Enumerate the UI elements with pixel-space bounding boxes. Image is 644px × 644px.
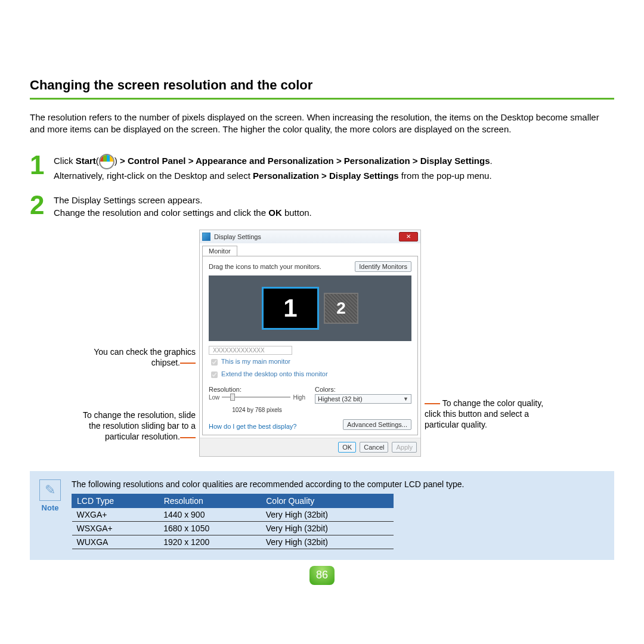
- colors-label: Colors:: [315, 386, 411, 393]
- chevron-down-icon: ▼: [403, 396, 408, 402]
- callout-line-icon: [180, 363, 196, 364]
- th-lcd-type: LCD Type: [72, 494, 159, 507]
- chipset-field[interactable]: XXXXXXXXXXXXX: [209, 346, 292, 355]
- note-text: The following resolutions and color qual…: [72, 479, 605, 489]
- callout-color-text: To change the color quality, click this …: [425, 398, 543, 429]
- step2-l1: The Display Settings screen appears.: [54, 195, 202, 205]
- current-resolution: 1024 by 768 pixels: [209, 407, 305, 413]
- resolution-slider[interactable]: Low High: [209, 394, 305, 401]
- window-icon: [202, 233, 210, 241]
- main-monitor-checkbox[interactable]: This is my main monitor: [209, 357, 411, 367]
- display-settings-window: Display Settings ✕ Monitor Drag the icon…: [199, 230, 421, 457]
- step2-l2-bold: OK: [268, 208, 282, 218]
- step1-alt-bold: Personalization > Display Settings: [253, 171, 399, 181]
- identify-monitors-button[interactable]: Identify Monitors: [355, 261, 411, 272]
- step1-path: > Control Panel > Appearance and Persona…: [117, 155, 490, 165]
- step1-start: Start: [76, 155, 96, 165]
- callout-resolution-text: To change the resolution, slide the reso…: [83, 410, 196, 441]
- tab-monitor[interactable]: Monitor: [202, 246, 237, 256]
- colors-value: Highest (32 bit): [318, 395, 363, 402]
- resolution-table: LCD Type Resolution Color Quality WXGA+ …: [72, 494, 394, 549]
- slider-thumb-icon[interactable]: [230, 394, 235, 401]
- drag-instruction: Drag the icons to match your monitors.: [209, 263, 321, 270]
- table-row: WXGA+ 1440 x 900 Very High (32bit): [72, 507, 394, 521]
- callout-chipset-text: You can check the graphics chipset.: [94, 347, 196, 367]
- intro-text: The resolution refers to the number of p…: [30, 112, 614, 136]
- step1-pre: Click: [54, 155, 76, 165]
- step-2: 2 The Display Settings screen appears. C…: [30, 193, 614, 219]
- step1-alt-pre: Alternatively, right-click on the Deskto…: [54, 171, 253, 181]
- callout-color: To change the color quality, click this …: [425, 398, 562, 431]
- monitor-layout[interactable]: 1 2: [209, 275, 411, 341]
- step-1: 1 Click Start() > Control Panel > Appear…: [30, 153, 614, 182]
- window-titlebar: Display Settings ✕: [200, 230, 420, 243]
- close-button[interactable]: ✕: [399, 232, 418, 242]
- advanced-settings-button[interactable]: Advanced Settings...: [343, 419, 411, 430]
- monitor-1[interactable]: 1: [262, 287, 319, 330]
- colors-dropdown[interactable]: Highest (32 bit) ▼: [315, 394, 411, 404]
- slider-high: High: [293, 394, 305, 401]
- note-label: Note: [39, 503, 61, 512]
- page-number-badge: 86: [309, 566, 335, 585]
- section-title: Changing the screen resolution and the c…: [30, 78, 614, 100]
- step1-alt-post: from the pop-up menu.: [399, 171, 492, 181]
- slider-low: Low: [209, 394, 219, 401]
- apply-button[interactable]: Apply: [392, 442, 417, 453]
- help-link[interactable]: How do I get the best display?: [209, 423, 296, 430]
- callout-chipset: You can check the graphics chipset.: [82, 346, 196, 368]
- th-color-quality: Color Quality: [261, 494, 394, 507]
- resolution-label: Resolution:: [209, 386, 305, 393]
- table-row: WUXGA 1920 x 1200 Very High (32bit): [72, 535, 394, 549]
- step2-l2-post: button.: [282, 208, 312, 218]
- step-number-1: 1: [30, 153, 49, 182]
- callout-resolution: To change the resolution, slide the reso…: [82, 410, 196, 442]
- window-title: Display Settings: [214, 233, 261, 240]
- step-number-2: 2: [30, 193, 49, 219]
- cancel-button[interactable]: Cancel: [360, 442, 388, 453]
- step2-l2-pre: Change the resolution and color settings…: [54, 208, 268, 218]
- windows-orb-icon: [99, 154, 114, 169]
- callout-line-icon: [425, 403, 440, 404]
- note-box: ✎ Note The following resolutions and col…: [30, 471, 614, 560]
- extend-desktop-checkbox[interactable]: Extend the desktop onto this monitor: [209, 370, 411, 380]
- table-row: WSXGA+ 1680 x 1050 Very High (32bit): [72, 521, 394, 535]
- th-resolution: Resolution: [159, 494, 261, 507]
- note-icon: ✎: [39, 479, 61, 501]
- callout-line-icon: [180, 437, 196, 438]
- ok-button[interactable]: OK: [338, 442, 356, 453]
- monitor-2[interactable]: 2: [324, 293, 358, 324]
